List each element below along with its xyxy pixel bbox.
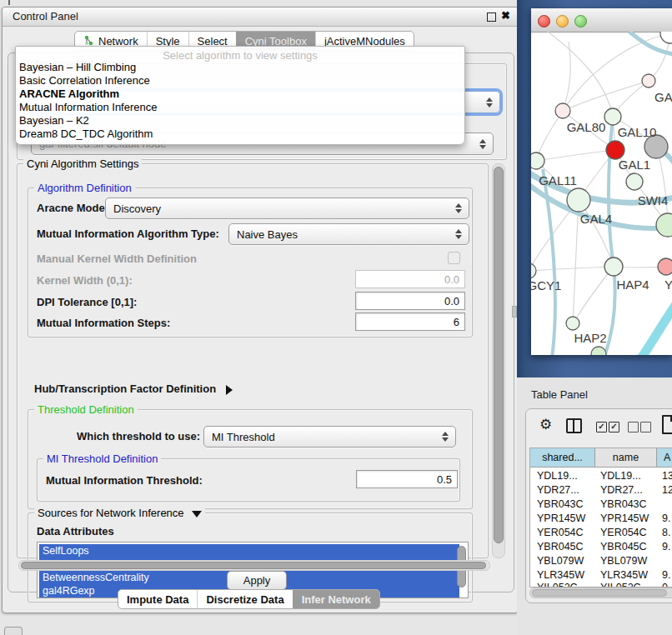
dropdown-item-selected[interactable]: ARACNE Algorithm	[19, 88, 119, 100]
tab-discretize-data[interactable]: Discretize Data	[197, 590, 292, 608]
column-header-partial[interactable]: A	[657, 448, 672, 468]
list-item[interactable]: SelfLoops	[39, 544, 459, 558]
splitter-handle[interactable]	[512, 306, 517, 318]
algorithm-dropdown: Select algorithm to view settings Bayesi…	[15, 46, 465, 145]
table-cell[interactable]: YBL079W	[600, 555, 647, 567]
mi-threshold-label: Mutual Information Threshold:	[46, 474, 203, 487]
node-gal80	[555, 103, 570, 118]
table-hscrollbar-track[interactable]	[529, 588, 672, 598]
table-cell[interactable]: YBR045C	[600, 541, 647, 552]
float-window-icon[interactable]	[487, 12, 496, 22]
stepper-icon	[455, 202, 463, 214]
dropdown-item[interactable]: Dream8 DC_TDC Algorithm	[19, 128, 153, 140]
table-cell[interactable]: 12	[662, 484, 672, 496]
network-window-titlebar[interactable]	[531, 8, 672, 32]
unchecked-checkbox-icon[interactable]	[640, 422, 651, 432]
node-table[interactable]: shared... name A YDL19... YDL19... 13 YD…	[529, 448, 672, 588]
checked-checkbox-icon[interactable]: ✓	[609, 422, 619, 432]
table-hscrollbar-thumb[interactable]	[532, 589, 667, 597]
gear-icon[interactable]: ⚙	[539, 416, 552, 433]
table-cell[interactable]: YER054C	[600, 527, 647, 538]
table-cell[interactable]: YPR145W	[600, 512, 649, 524]
table-cell[interactable]: YPR145W	[537, 512, 585, 524]
dropdown-placeholder: Select algorithm to view settings	[16, 49, 464, 62]
stepper-icon	[479, 138, 487, 150]
minimize-traffic-icon[interactable]	[556, 15, 569, 28]
table-cell[interactable]: YDL19...	[537, 470, 578, 482]
node-label: GAL11	[539, 173, 577, 188]
settings-hscrollbar-track[interactable]	[18, 560, 490, 571]
settings-vscrollbar-track[interactable]	[492, 163, 505, 558]
node-hap2	[566, 317, 579, 330]
table-cell[interactable]: YLR345W	[537, 569, 584, 581]
sources-title[interactable]: Sources for Network Inference	[34, 507, 205, 519]
table-panel-title: Table Panel	[531, 388, 588, 401]
tab-impute-data[interactable]: Impute Data	[118, 590, 197, 608]
close-icon[interactable]: ✖	[501, 9, 510, 22]
close-traffic-icon[interactable]	[538, 15, 550, 28]
dpi-tolerance-field[interactable]: 0.0	[355, 292, 465, 310]
node-gcy1	[531, 263, 536, 278]
table-cell[interactable]: YDR27...	[537, 484, 579, 496]
table-cell[interactable]: YIL052C	[600, 582, 641, 588]
table-cell[interactable]: 9.	[662, 541, 670, 552]
table-cell[interactable]: YBR045C	[537, 541, 584, 552]
mi-threshold-field[interactable]: 0.5	[356, 470, 458, 488]
table-cell[interactable]: YBR043C	[600, 498, 647, 510]
partial-button[interactable]	[4, 627, 23, 635]
dpi-tolerance-label: DPI Tolerance [0,1]:	[37, 296, 137, 308]
zoom-traffic-icon[interactable]	[574, 15, 587, 28]
which-threshold-combobox[interactable]: MI Threshold	[203, 426, 456, 448]
threshold-definition-title: Threshold Definition	[34, 403, 138, 416]
panel-title: Control Panel	[13, 10, 78, 22]
table-cell[interactable]: 13	[662, 470, 672, 482]
node-label: HAP4	[616, 278, 649, 292]
dropdown-item[interactable]: Basic Correlation Inference	[19, 74, 150, 87]
node-label: Y	[664, 278, 672, 292]
node	[642, 74, 655, 88]
checked-checkbox-icon[interactable]: ✓	[596, 422, 607, 432]
table-cell[interactable]: YDL19...	[600, 470, 641, 482]
table-cell[interactable]: 9.	[662, 512, 670, 524]
table-cell[interactable]: 9.	[662, 569, 670, 581]
table-cell[interactable]: YER054C	[537, 527, 584, 538]
node-gal4	[567, 188, 590, 212]
split-columns-icon[interactable]	[566, 418, 582, 433]
manual-kernel-checkbox[interactable]	[448, 252, 460, 264]
dropdown-item[interactable]: Bayesian – K2	[19, 114, 89, 127]
table-cell[interactable]: YDR27...	[600, 484, 643, 496]
document-icon[interactable]	[662, 415, 672, 434]
mi-steps-field[interactable]: 6	[355, 312, 465, 331]
mi-steps-label: Mutual Information Steps:	[37, 317, 170, 329]
settings-vscrollbar-thumb[interactable]	[494, 167, 504, 543]
table-cell[interactable]: YIL052C	[537, 582, 578, 588]
hub-definition-toggle[interactable]: Hub/Transcription Factor Definition	[34, 382, 233, 395]
node	[591, 347, 606, 355]
tab-infer-network[interactable]: Infer Network	[293, 590, 379, 608]
bottom-tabs: Impute Data Discretize Data Infer Networ…	[118, 589, 380, 609]
dropdown-item[interactable]: Mutual Information Inference	[19, 101, 157, 113]
unchecked-checkbox-icon[interactable]	[628, 422, 639, 432]
table-panel-area: Table Panel ⚙ ✓ ✓ shared... name A YDL19…	[517, 378, 672, 635]
column-header-shared-name[interactable]: shared...	[530, 448, 595, 468]
kernel-width-field[interactable]: 0.0	[355, 270, 465, 288]
table-cell[interactable]: YBL079W	[537, 555, 584, 567]
mi-type-combobox[interactable]: Naive Bayes	[228, 223, 469, 245]
dropdown-item[interactable]: Bayesian – Hill Climbing	[19, 61, 136, 73]
node-label: GAL	[654, 90, 672, 104]
apply-button[interactable]: Apply	[227, 571, 287, 590]
node-gal10	[604, 108, 621, 125]
node-label: GAL1	[619, 158, 650, 172]
table-cell[interactable]: 8.	[662, 527, 670, 538]
table-cell[interactable]: YBR043C	[537, 498, 584, 510]
table-cell[interactable]: YLR345W	[600, 569, 648, 581]
threshold-definition-group: Threshold Definition Which threshold to …	[28, 409, 473, 509]
settings-hscrollbar-thumb[interactable]	[21, 562, 486, 569]
aracne-mode-combobox[interactable]: Discovery	[105, 198, 469, 219]
node-label: GCY1	[531, 278, 561, 292]
column-header-name[interactable]: name	[595, 448, 657, 468]
collapsed-arrow-icon	[226, 385, 233, 395]
control-panel-titlebar[interactable]: Control Panel ✖	[3, 8, 518, 27]
table-cell[interactable]: 0.	[662, 582, 670, 588]
network-graph[interactable]: GAL GAL80 GAL10 GAL1 GAL11 SWI4 GAL4 GCY…	[531, 32, 672, 355]
